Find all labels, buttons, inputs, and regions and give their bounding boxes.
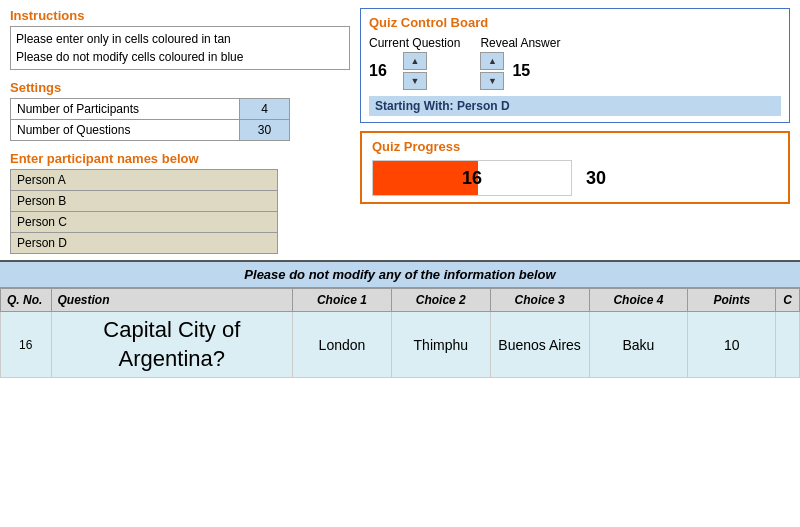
current-question-group: Current Question 16 ▲ ▼ [369, 36, 460, 90]
starting-with-bar: Starting With: Person D [369, 96, 781, 116]
reveal-answer-label: Reveal Answer [480, 36, 560, 50]
participant-c[interactable]: Person C [11, 212, 278, 233]
header-question: Question [51, 289, 293, 312]
reveal-answer-group: Reveal Answer ▲ ▼ 15 [480, 36, 560, 90]
right-panel: Quiz Control Board Current Question 16 ▲… [360, 8, 790, 254]
instruction-line-2: Please do not modify cells coloured in b… [16, 48, 344, 66]
participants-table: Person A Person B Person C Person D [10, 169, 278, 254]
settings-title: Settings [10, 80, 350, 95]
instructions-title: Instructions [10, 8, 350, 23]
cell-choice1: London [293, 312, 392, 378]
reveal-answer-value: 15 [512, 62, 542, 80]
cell-choice4: Baku [589, 312, 688, 378]
quiz-table: Q. No. Question Choice 1 Choice 2 Choice… [0, 288, 800, 378]
header-qno: Q. No. [1, 289, 52, 312]
participant-row-d: Person D [11, 233, 278, 254]
participant-row-a: Person A [11, 170, 278, 191]
header-choice2: Choice 2 [391, 289, 490, 312]
settings-row-participants: Number of Participants 4 [11, 99, 290, 120]
quiz-progress-section: Quiz Progress 16 30 [360, 131, 790, 204]
current-question-down-button[interactable]: ▼ [403, 72, 427, 90]
quiz-progress-title: Quiz Progress [372, 139, 778, 154]
info-bar: Please do not modify any of the informat… [0, 262, 800, 288]
table-header-row: Q. No. Question Choice 1 Choice 2 Choice… [1, 289, 800, 312]
current-question-arrows: ▲ ▼ [403, 52, 427, 90]
settings-label-participants: Number of Participants [11, 99, 240, 120]
settings-section: Settings Number of Participants 4 Number… [10, 80, 350, 141]
current-question-value-row: 16 ▲ ▼ [369, 52, 427, 90]
instruction-line-1: Please enter only in cells coloured in t… [16, 30, 344, 48]
participant-b[interactable]: Person B [11, 191, 278, 212]
header-choice1: Choice 1 [293, 289, 392, 312]
settings-table: Number of Participants 4 Number of Quest… [10, 98, 290, 141]
header-points: Points [688, 289, 776, 312]
cell-question: Capital City of Argentina? [51, 312, 293, 378]
header-choice3: Choice 3 [490, 289, 589, 312]
participant-row-b: Person B [11, 191, 278, 212]
quiz-control-board: Quiz Control Board Current Question 16 ▲… [360, 8, 790, 123]
settings-row-questions: Number of Questions 30 [11, 120, 290, 141]
cell-choice3: Buenos Aires [490, 312, 589, 378]
current-question-value: 16 [369, 62, 399, 80]
participant-a[interactable]: Person A [11, 170, 278, 191]
cell-qno: 16 [1, 312, 52, 378]
reveal-answer-up-button[interactable]: ▲ [480, 52, 504, 70]
progress-bar-container: 16 [372, 160, 572, 196]
cell-extra [776, 312, 800, 378]
progress-current-number: 16 [462, 168, 482, 189]
progress-row: 16 30 [372, 160, 778, 196]
participants-title: Enter participant names below [10, 151, 350, 166]
left-panel: Instructions Please enter only in cells … [10, 8, 350, 254]
settings-value-participants[interactable]: 4 [240, 99, 290, 120]
instructions-box: Please enter only in cells coloured in t… [10, 26, 350, 70]
settings-label-questions: Number of Questions [11, 120, 240, 141]
current-question-label: Current Question [369, 36, 460, 50]
bottom-section: Please do not modify any of the informat… [0, 260, 800, 527]
instructions-section: Instructions Please enter only in cells … [10, 8, 350, 70]
quiz-control-title: Quiz Control Board [369, 15, 781, 30]
reveal-answer-arrows: ▲ ▼ [480, 52, 504, 90]
settings-value-questions[interactable]: 30 [240, 120, 290, 141]
control-row: Current Question 16 ▲ ▼ Reveal [369, 36, 781, 90]
table-row: 16 Capital City of Argentina? London Thi… [1, 312, 800, 378]
participant-row-c: Person C [11, 212, 278, 233]
current-question-up-button[interactable]: ▲ [403, 52, 427, 70]
progress-total-number: 30 [586, 168, 606, 189]
cell-choice2: Thimphu [391, 312, 490, 378]
cell-points: 10 [688, 312, 776, 378]
reveal-answer-value-row: ▲ ▼ 15 [480, 52, 542, 90]
participants-section: Enter participant names below Person A P… [10, 151, 350, 254]
participant-d[interactable]: Person D [11, 233, 278, 254]
header-choice4: Choice 4 [589, 289, 688, 312]
header-extra: C [776, 289, 800, 312]
reveal-answer-down-button[interactable]: ▼ [480, 72, 504, 90]
